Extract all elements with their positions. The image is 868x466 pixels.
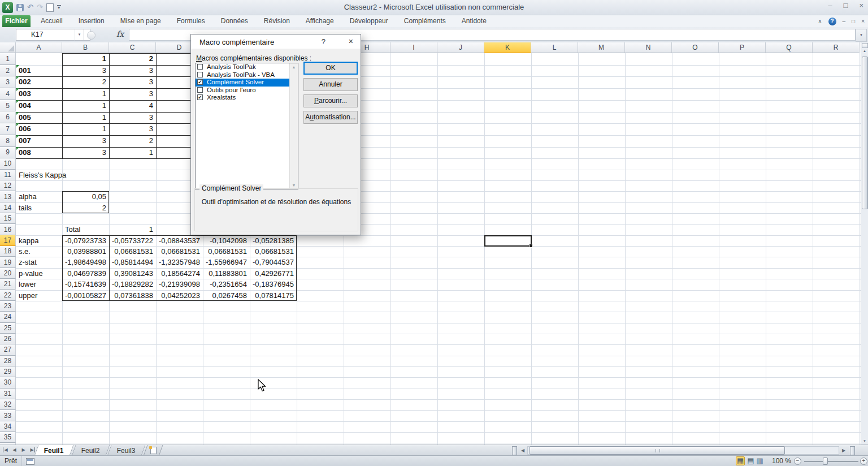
cell-A17[interactable]: kappa: [16, 235, 62, 246]
zoom-out-icon[interactable]: −: [794, 458, 801, 465]
cell-B13[interactable]: 0,05: [63, 191, 108, 202]
tab-fichier[interactable]: Fichier: [2, 15, 31, 27]
cell-B3[interactable]: 2: [63, 76, 108, 88]
record-macro-icon[interactable]: [26, 458, 34, 465]
row-header-25[interactable]: 25: [0, 323, 16, 334]
cell-C8[interactable]: 2: [110, 135, 155, 147]
tab-complements[interactable]: Compléments: [396, 15, 454, 27]
cell-B16[interactable]: Total: [63, 224, 108, 235]
cell-A3[interactable]: 002: [16, 76, 62, 88]
cell-A2[interactable]: 001: [16, 65, 62, 77]
cell-A7[interactable]: 006: [16, 123, 62, 135]
cell-A11[interactable]: Fleiss's Kappa: [16, 170, 62, 180]
row-header-13[interactable]: 13: [0, 191, 16, 202]
column-header-N[interactable]: N: [625, 42, 672, 53]
cell-A20[interactable]: p-value: [16, 268, 62, 279]
row-header-12[interactable]: 12: [0, 180, 16, 191]
row-header-10[interactable]: 10: [0, 158, 16, 169]
next-sheet-icon[interactable]: ▶: [20, 446, 27, 455]
cell-A19[interactable]: z-stat: [16, 257, 62, 267]
cell-B1[interactable]: 1: [63, 53, 108, 65]
cell-E17[interactable]: -0,1042098: [203, 235, 249, 246]
hscroll-left-icon[interactable]: ◀: [519, 446, 527, 455]
addins-listbox[interactable]: Analysis ToolPakAnalysis ToolPak - VBA✓C…: [195, 63, 298, 189]
cell-C6[interactable]: 3: [110, 112, 155, 124]
dialog-title-bar[interactable]: Macro complémentaire ? ×: [191, 34, 361, 49]
column-header-O[interactable]: O: [672, 42, 719, 53]
column-header-Q[interactable]: Q: [766, 42, 813, 53]
row-header-27[interactable]: 27: [0, 344, 16, 355]
cell-C21[interactable]: -0,18829282: [110, 279, 155, 290]
tab-revision[interactable]: Révision: [256, 15, 298, 27]
tab-accueil[interactable]: Accueil: [33, 15, 71, 27]
cell-C7[interactable]: 3: [110, 123, 155, 135]
cell-B18[interactable]: 0,03988801: [63, 246, 108, 257]
view-page-layout-icon[interactable]: ▤: [747, 456, 754, 465]
horizontal-scroll-thumb[interactable]: [530, 446, 785, 455]
row-header-6[interactable]: 6: [0, 112, 16, 124]
cell-A9[interactable]: 008: [16, 147, 62, 159]
row-header-19[interactable]: 19: [0, 257, 16, 267]
cell-C20[interactable]: 0,39081243: [110, 268, 155, 279]
row-header-32[interactable]: 32: [0, 399, 16, 410]
tab-insertion[interactable]: Insertion: [71, 15, 112, 27]
listbox-scrollbar[interactable]: ▲ ▼: [289, 63, 298, 189]
column-header-K[interactable]: K: [484, 42, 531, 53]
cell-A14[interactable]: tails: [16, 202, 62, 213]
cell-A18[interactable]: s.e.: [16, 246, 62, 257]
column-header-M[interactable]: M: [578, 42, 625, 53]
cell-F22[interactable]: 0,07814175: [250, 290, 296, 301]
window-close-button[interactable]: ×: [859, 1, 863, 10]
row-header-34[interactable]: 34: [0, 421, 16, 432]
tab-antidote[interactable]: Antidote: [454, 15, 494, 27]
column-header-P[interactable]: P: [719, 42, 766, 53]
dialog-close-icon[interactable]: ×: [349, 37, 353, 46]
view-page-break-icon[interactable]: ▥: [757, 456, 763, 465]
workbook-restore-button[interactable]: □: [852, 18, 855, 24]
column-header-I[interactable]: I: [390, 42, 437, 53]
view-normal-icon[interactable]: ▦: [736, 456, 745, 465]
row-header-24[interactable]: 24: [0, 312, 16, 322]
name-box-dropdown-icon[interactable]: ▼: [75, 29, 84, 41]
vertical-scroll-thumb[interactable]: [862, 57, 868, 209]
hscroll-split-handle[interactable]: [850, 446, 855, 455]
addin-analysis-toolpak-vba-checkbox[interactable]: [197, 72, 203, 77]
tab-affichage[interactable]: Affichage: [298, 15, 342, 27]
row-header-26[interactable]: 26: [0, 334, 16, 344]
cell-A21[interactable]: lower: [16, 279, 62, 290]
zoom-slider-handle[interactable]: [823, 458, 828, 465]
addin-xrealstats[interactable]: ✓Xrealstats: [196, 94, 298, 102]
column-header-C[interactable]: C: [109, 42, 156, 53]
cell-D22[interactable]: 0,04252023: [157, 290, 202, 301]
insert-worksheet-tab[interactable]: [144, 445, 163, 456]
vertical-split-handle[interactable]: [862, 43, 868, 48]
row-header-1[interactable]: 1: [0, 53, 16, 65]
cell-C2[interactable]: 3: [110, 65, 155, 77]
cell-B21[interactable]: -0,15741639: [63, 279, 108, 290]
addin-analysis-toolpak-vba[interactable]: Analysis ToolPak - VBA: [196, 71, 298, 79]
cell-E18[interactable]: 0,06681531: [203, 246, 249, 257]
row-header-4[interactable]: 4: [0, 88, 16, 100]
addin-outils-pour-l-euro[interactable]: Outils pour l'euro: [196, 87, 298, 94]
select-all-corner[interactable]: [0, 42, 16, 53]
row-header-9[interactable]: 9: [0, 147, 16, 159]
zoom-level-label[interactable]: 100 %: [772, 456, 791, 466]
formula-bar-expand-icon[interactable]: ▼: [856, 29, 867, 42]
cell-E21[interactable]: -0,2351654: [203, 279, 249, 290]
addin-outils-pour-l-euro-checkbox[interactable]: [197, 87, 203, 93]
cell-C9[interactable]: 1: [110, 147, 155, 159]
sheet-grid[interactable]: 1200133002230031300414005130061300732008…: [0, 42, 861, 445]
column-header-L[interactable]: L: [531, 42, 578, 53]
cell-C16[interactable]: 1: [110, 224, 155, 235]
cell-C4[interactable]: 3: [110, 88, 155, 100]
cell-D21[interactable]: -0,21939098: [157, 279, 202, 290]
row-header-35[interactable]: 35: [0, 432, 16, 443]
tab-mise-en-page[interactable]: Mise en page: [112, 15, 169, 27]
cell-A13[interactable]: alpha: [16, 191, 62, 202]
cell-F21[interactable]: -0,18376945: [250, 279, 296, 290]
cell-A4[interactable]: 003: [16, 88, 62, 100]
scroll-down-icon[interactable]: ▼: [861, 439, 868, 443]
cell-C17[interactable]: -0,05733722: [110, 235, 155, 246]
cell-B19[interactable]: -1,98649498: [63, 257, 108, 267]
cell-B22[interactable]: -0,00105827: [63, 290, 108, 301]
